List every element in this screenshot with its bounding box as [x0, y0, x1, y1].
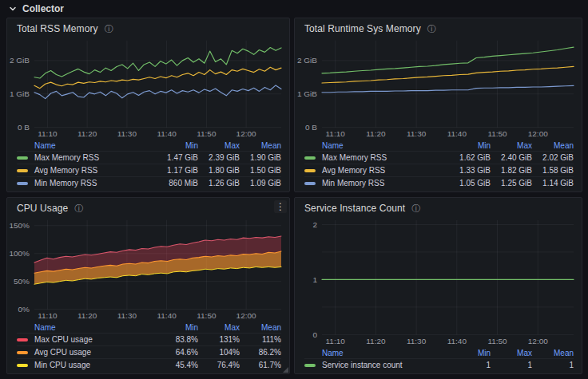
panel-header[interactable]: CPU Usage ⓘ — [7, 198, 289, 215]
legend-series-name[interactable]: Min CPU usage — [17, 361, 157, 369]
legend-header: NameMinMaxMean — [17, 322, 281, 333]
legend-mean-value: 1.90 GiB — [240, 153, 281, 162]
legend-series-name[interactable]: Service instance count — [304, 361, 449, 369]
panel-resize-handle[interactable] — [283, 367, 288, 373]
legend-header-max[interactable]: Max — [198, 323, 240, 332]
legend-series-name[interactable]: Avg Memory RSS — [17, 166, 157, 175]
legend-header: NameMinMaxMean — [304, 347, 574, 358]
legend-max-value: 1.82 GiB — [491, 166, 532, 175]
row-title: Collector — [22, 3, 64, 14]
legend-mean-value: 1 — [532, 361, 574, 369]
legend-min-value: 1 — [449, 361, 491, 369]
legend-header-max[interactable]: Max — [198, 141, 240, 150]
legend-series-name[interactable]: Avg CPU usage — [17, 348, 157, 357]
legend-header-max[interactable]: Max — [491, 141, 532, 150]
legend-row: Min CPU usage45.4%76.4%61.7% — [17, 358, 281, 371]
info-icon[interactable]: ⓘ — [74, 204, 83, 213]
info-icon[interactable]: ⓘ — [427, 25, 436, 34]
x-tick-label: 12:00 — [236, 129, 257, 138]
legend-min-value: 1.62 GiB — [449, 153, 491, 162]
legend-series-name[interactable]: Max Memory RSS — [304, 153, 449, 162]
panel-total-rss-memory: Total RSS Memory ⓘ 0 B1 GiB2 GiB11:1011:… — [6, 18, 290, 192]
x-tick-label: 12:00 — [528, 129, 549, 138]
legend-header-max[interactable]: Max — [491, 349, 532, 357]
y-tick-label: 0 — [312, 330, 317, 339]
series-line — [322, 85, 574, 92]
series-color-swatch — [304, 169, 316, 172]
legend-max-value: 131% — [198, 335, 240, 344]
legend-header-min[interactable]: Min — [449, 349, 491, 357]
legend-series-name[interactable]: Min Memory RSS — [17, 179, 157, 188]
legend-header-min[interactable]: Min — [449, 141, 491, 150]
x-tick-label: 11:20 — [77, 311, 97, 320]
legend-row: Min Memory RSS860 MiB1.26 GiB1.09 GiB — [17, 176, 281, 189]
legend-header-mean[interactable]: Mean — [532, 141, 574, 150]
x-tick-label: 11:10 — [326, 337, 346, 345]
y-tick-label: 1 GiB — [297, 89, 317, 98]
panel-header[interactable]: Total RSS Memory ⓘ — [7, 18, 289, 36]
series-line — [34, 67, 281, 88]
legend-header-min[interactable]: Min — [157, 141, 198, 150]
legend-mean-value: 1.50 GiB — [240, 166, 281, 175]
legend-header-name[interactable]: Name — [17, 141, 157, 150]
legend-min-value: 83.8% — [157, 335, 198, 344]
legend-header: NameMinMaxMean — [17, 140, 281, 151]
legend-series-name[interactable]: Max Memory RSS — [17, 153, 157, 162]
total-rss-memory-chart[interactable]: 0 B1 GiB2 GiB11:1011:2011:3011:4011:5012… — [7, 36, 289, 140]
x-tick-label: 11:10 — [38, 311, 58, 320]
legend-header-name[interactable]: Name — [304, 141, 449, 150]
panel-title: Total RSS Memory — [17, 23, 98, 34]
panel-menu-icon[interactable]: ⋮ — [274, 200, 287, 213]
legend-row: Avg CPU usage64.6%104%86.2% — [17, 345, 281, 358]
legend-max-value: 1.26 GiB — [198, 179, 240, 188]
service-instance-count-chart[interactable]: 01211:1011:2011:3011:4011:5012:00 — [295, 215, 582, 347]
legend-max-value: 1.25 GiB — [491, 179, 532, 188]
series-color-swatch — [304, 364, 316, 367]
legend-min-value: 64.6% — [157, 348, 198, 357]
legend-header-mean[interactable]: Mean — [240, 323, 281, 332]
total-runtime-sys-memory-chart[interactable]: 0 B1 GiB2 GiB11:1011:2011:3011:4011:5012… — [295, 36, 582, 140]
y-tick-label: 2 GiB — [297, 56, 317, 65]
legend-min-value: 45.4% — [157, 361, 198, 369]
y-tick-label: 150% — [9, 221, 30, 230]
x-tick-label: 11:50 — [487, 337, 507, 345]
x-tick-label: 11:20 — [77, 129, 97, 138]
series-color-swatch — [17, 156, 28, 160]
legend-series-name[interactable]: Min Memory RSS — [304, 179, 449, 188]
legend-mean-value: 1.09 GiB — [240, 179, 281, 188]
legend-header-min[interactable]: Min — [157, 323, 198, 332]
info-icon[interactable]: ⓘ — [411, 204, 420, 213]
row-header-collector[interactable]: Collector — [0, 0, 588, 18]
series-color-swatch — [17, 364, 28, 367]
panel-title: Service Instance Count — [304, 203, 405, 214]
dashboard-panel-grid: Total RSS Memory ⓘ 0 B1 GiB2 GiB11:1011:… — [6, 18, 588, 374]
legend-mean-value: 1.14 GiB — [532, 179, 574, 188]
y-tick-label: 1 GiB — [10, 89, 30, 98]
x-tick-label: 11:40 — [157, 129, 177, 138]
legend-mean-value: 2.02 GiB — [532, 153, 574, 162]
panel-total-runtime-sys-memory: Total Runtime Sys Memory ⓘ 0 B1 GiB2 GiB… — [294, 18, 582, 192]
cpu-usage-chart[interactable]: 0%50%100%150%11:1011:2011:3011:4011:5012… — [7, 215, 289, 322]
series-color-swatch — [17, 338, 28, 341]
panel-title: Total Runtime Sys Memory — [304, 23, 421, 34]
x-tick-label: 11:10 — [38, 129, 58, 138]
legend-header-mean[interactable]: Mean — [532, 349, 574, 357]
x-tick-label: 11:40 — [157, 311, 177, 320]
info-icon[interactable]: ⓘ — [105, 25, 113, 34]
y-tick-label: 0 B — [305, 123, 317, 132]
panel-header[interactable]: Total Runtime Sys Memory ⓘ — [295, 18, 582, 36]
panel-header[interactable]: Service Instance Count ⓘ — [295, 198, 582, 215]
legend-series-name[interactable]: Avg Memory RSS — [304, 166, 449, 175]
series-color-swatch — [17, 169, 28, 172]
legend-max-value: 104% — [198, 348, 240, 357]
legend-header-name[interactable]: Name — [304, 349, 449, 357]
legend-service-instance-count: NameMinMaxMeanService instance count111 — [295, 347, 582, 373]
legend-min-value: 860 MiB — [157, 179, 198, 188]
legend-mean-value: 1.58 GiB — [532, 166, 574, 175]
legend-series-name[interactable]: Max CPU usage — [17, 335, 157, 344]
legend-header-name[interactable]: Name — [17, 323, 157, 332]
legend-min-value: 1.47 GiB — [157, 153, 198, 162]
legend-header-mean[interactable]: Mean — [240, 141, 281, 150]
legend-min-value: 1.05 GiB — [449, 179, 491, 188]
legend-row: Avg Memory RSS1.33 GiB1.82 GiB1.58 GiB — [304, 164, 574, 176]
